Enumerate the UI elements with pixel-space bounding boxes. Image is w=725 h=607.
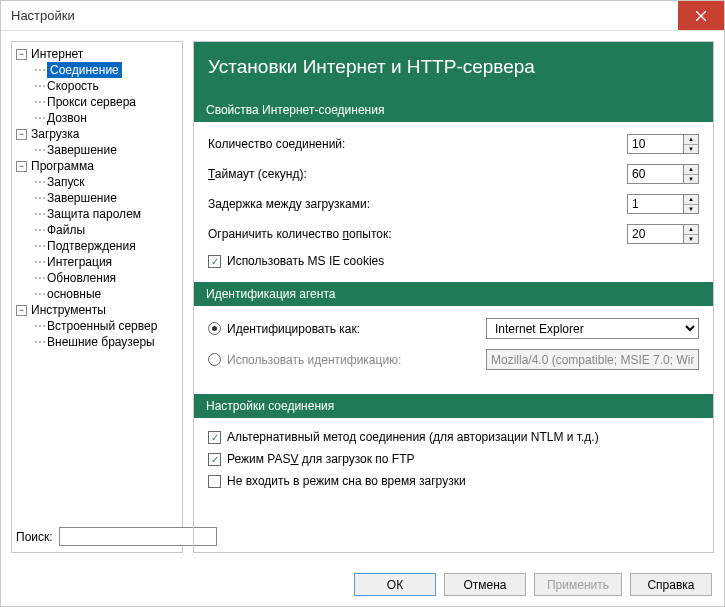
identify-as-radio[interactable] bbox=[208, 322, 221, 335]
cancel-button[interactable]: Отмена bbox=[444, 573, 526, 596]
tree-item-password[interactable]: ⋯Защита паролем bbox=[32, 206, 180, 222]
tree-item-external[interactable]: ⋯Внешние браузеры bbox=[32, 334, 180, 350]
identify-as-select[interactable]: Internet Explorer bbox=[486, 318, 699, 339]
close-button[interactable] bbox=[678, 1, 724, 30]
use-id-label: Использовать идентификацию: bbox=[227, 353, 401, 367]
search-row: Поиск: bbox=[14, 523, 180, 548]
tree-item-builtin[interactable]: ⋯Встроенный сервер bbox=[32, 318, 180, 334]
timeout-label: Таймаут (секунд): bbox=[208, 167, 627, 181]
window-title: Настройки bbox=[11, 8, 678, 23]
alt-method-label: Альтернативный метод соединения (для авт… bbox=[227, 430, 599, 444]
close-icon bbox=[696, 11, 706, 21]
pasv-checkbox[interactable]: ✓ bbox=[208, 453, 221, 466]
timeout-input[interactable] bbox=[627, 164, 683, 184]
spin-down-icon[interactable]: ▼ bbox=[684, 145, 698, 154]
tree-item-main[interactable]: ⋯основные bbox=[32, 286, 180, 302]
tree-item-files[interactable]: ⋯Файлы bbox=[32, 222, 180, 238]
spin-up-icon[interactable]: ▲ bbox=[684, 165, 698, 175]
page-title: Установки Интернет и HTTP-сервера bbox=[194, 42, 713, 98]
pasv-label: Режим PASV для загрузок по FTP bbox=[227, 452, 415, 466]
delay-label: Задержка между загрузками: bbox=[208, 197, 627, 211]
help-button[interactable]: Справка bbox=[630, 573, 712, 596]
delay-input[interactable] bbox=[627, 194, 683, 214]
collapse-icon[interactable]: − bbox=[16, 305, 27, 316]
spin-down-icon[interactable]: ▼ bbox=[684, 205, 698, 214]
alt-method-checkbox[interactable]: ✓ bbox=[208, 431, 221, 444]
titlebar: Настройки bbox=[1, 1, 724, 31]
spin-up-icon[interactable]: ▲ bbox=[684, 225, 698, 235]
spin-down-icon[interactable]: ▼ bbox=[684, 235, 698, 244]
tree-item-startup[interactable]: ⋯Запуск bbox=[32, 174, 180, 190]
tree-item-speed[interactable]: ⋯Скорость bbox=[32, 78, 180, 94]
collapse-icon[interactable]: − bbox=[16, 161, 27, 172]
section-connection: Настройки соединения bbox=[194, 394, 713, 418]
tree-item-tools[interactable]: −Инструменты bbox=[14, 302, 180, 318]
collapse-icon[interactable]: − bbox=[16, 129, 27, 140]
identify-as-label: Идентифицировать как: bbox=[227, 322, 360, 336]
cookies-checkbox[interactable]: ✓ bbox=[208, 255, 221, 268]
settings-tree[interactable]: −Интернет ⋯Соединение ⋯Скорость ⋯Прокси … bbox=[14, 46, 180, 523]
section-internet-props: Свойства Интернет-соединения bbox=[194, 98, 713, 122]
sleep-checkbox[interactable] bbox=[208, 475, 221, 488]
sidebar: −Интернет ⋯Соединение ⋯Скорость ⋯Прокси … bbox=[11, 41, 183, 553]
delay-spinner[interactable]: ▲▼ bbox=[627, 194, 699, 214]
spin-down-icon[interactable]: ▼ bbox=[684, 175, 698, 184]
tree-item-confirm[interactable]: ⋯Подтверждения bbox=[32, 238, 180, 254]
search-label: Поиск: bbox=[16, 530, 53, 544]
tree-item-updates[interactable]: ⋯Обновления bbox=[32, 270, 180, 286]
tree-item-finish2[interactable]: ⋯Завершение bbox=[32, 190, 180, 206]
section-connection-body: ✓ Альтернативный метод соединения (для а… bbox=[194, 418, 713, 502]
sleep-label: Не входить в режим сна во время загрузки bbox=[227, 474, 466, 488]
settings-dialog: Настройки −Интернет ⋯Соединение ⋯Скорост… bbox=[0, 0, 725, 607]
section-internet-props-body: Количество соединений: ▲▼ Таймаут (секун… bbox=[194, 122, 713, 282]
retries-input[interactable] bbox=[627, 224, 683, 244]
section-agent-body: Идентифицировать как: Internet Explorer … bbox=[194, 306, 713, 394]
use-id-radio[interactable] bbox=[208, 353, 221, 366]
timeout-spinner[interactable]: ▲▼ bbox=[627, 164, 699, 184]
connections-label: Количество соединений: bbox=[208, 137, 627, 151]
connections-spinner[interactable]: ▲▼ bbox=[627, 134, 699, 154]
collapse-icon[interactable]: − bbox=[16, 49, 27, 60]
spin-up-icon[interactable]: ▲ bbox=[684, 195, 698, 205]
cookies-label: Использовать MS IE cookies bbox=[227, 254, 384, 268]
connections-input[interactable] bbox=[627, 134, 683, 154]
retries-label: Ограничить количество попыток: bbox=[208, 227, 627, 241]
tree-item-program[interactable]: −Программа bbox=[14, 158, 180, 174]
tree-item-download[interactable]: −Загрузка bbox=[14, 126, 180, 142]
dialog-footer: ОК Отмена Применить Справка bbox=[1, 563, 724, 606]
dialog-body: −Интернет ⋯Соединение ⋯Скорость ⋯Прокси … bbox=[1, 31, 724, 563]
content-panel: Установки Интернет и HTTP-сервера Свойст… bbox=[193, 41, 714, 553]
tree-item-integration[interactable]: ⋯Интеграция bbox=[32, 254, 180, 270]
section-agent: Идентификация агента bbox=[194, 282, 713, 306]
tree-item-dialup[interactable]: ⋯Дозвон bbox=[32, 110, 180, 126]
tree-item-connection[interactable]: ⋯Соединение bbox=[32, 62, 180, 78]
retries-spinner[interactable]: ▲▼ bbox=[627, 224, 699, 244]
tree-item-proxy[interactable]: ⋯Прокси сервера bbox=[32, 94, 180, 110]
use-id-input bbox=[486, 349, 699, 370]
spin-up-icon[interactable]: ▲ bbox=[684, 135, 698, 145]
apply-button[interactable]: Применить bbox=[534, 573, 622, 596]
tree-item-internet[interactable]: −Интернет bbox=[14, 46, 180, 62]
ok-button[interactable]: ОК bbox=[354, 573, 436, 596]
tree-item-finish[interactable]: ⋯Завершение bbox=[32, 142, 180, 158]
